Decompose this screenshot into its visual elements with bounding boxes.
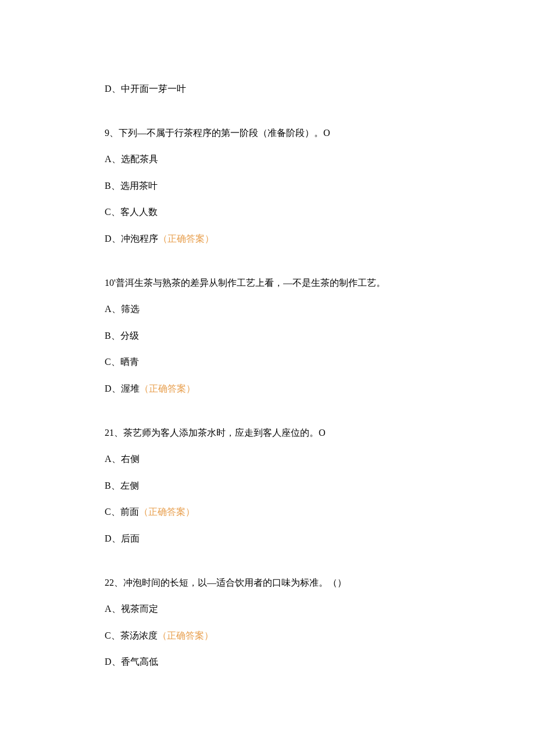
text-line: 10'普洱生茶与熟茶的差异从制作工艺上看，―不是生茶的制作工艺。 [105,275,430,291]
line-text: 9、下列―不属于行茶程序的第一阶段（准备阶段）。O [105,128,330,138]
line-text: 22、冲泡时间的长短，以―适合饮用者的口味为标准。（） [105,578,347,587]
text-line: B、左侧 [105,478,430,493]
text-line: 22、冲泡时间的长短，以―适合饮用者的口味为标准。（） [105,575,430,590]
line-text: 21、茶艺师为客人添加茶水时，应走到客人座位的。O [105,428,326,438]
line-text: D、渥堆 [105,384,140,393]
correct-answer-label: （正确答案） [139,507,195,517]
document-content: D、中开面一芽一叶9、下列―不属于行茶程序的第一阶段（准备阶段）。OA、选配茶具… [105,81,430,669]
line-text: A、筛选 [105,304,140,314]
line-text: A、右侧 [105,454,140,464]
text-line: A、筛选 [105,302,430,317]
text-line: A、视茶而定 [105,601,430,617]
line-text: B、选用茶叶 [105,181,158,191]
line-text: A、选配茶具 [105,154,158,164]
text-line: C、晒青 [105,354,430,370]
text-line: 9、下列―不属于行茶程序的第一阶段（准备阶段）。O [105,126,430,141]
correct-answer-label: （正确答案） [140,384,195,393]
line-text: C、前面 [105,507,139,517]
text-line: D、香气高低 [105,654,430,669]
line-text: C、晒青 [105,357,139,367]
text-line: C、前面（正确答案） [105,504,430,519]
text-line: D、渥堆（正确答案） [105,381,430,396]
text-line: B、分级 [105,328,430,343]
line-text: B、分级 [105,331,139,341]
correct-answer-label: （正确答案） [158,630,213,640]
text-line: C、茶汤浓度（正确答案） [105,628,430,643]
text-line: D、后面 [105,531,430,546]
text-line: 21、茶艺师为客人添加茶水时，应走到客人座位的。O [105,425,430,440]
line-text: A、视茶而定 [105,604,158,614]
line-text: C、客人人数 [105,207,158,217]
line-text: D、香气高低 [105,657,158,667]
line-text: D、后面 [105,533,140,543]
line-text: 10'普洱生茶与熟茶的差异从制作工艺上看，―不是生茶的制作工艺。 [105,278,386,288]
correct-answer-label: （正确答案） [158,234,214,243]
text-line: C、客人人数 [105,205,430,220]
text-line: A、右侧 [105,452,430,467]
text-line: D、冲泡程序（正确答案） [105,231,430,246]
line-text: C、茶汤浓度 [105,630,158,640]
text-line: A、选配茶具 [105,152,430,167]
line-text: D、冲泡程序 [105,234,158,243]
text-line: B、选用茶叶 [105,178,430,194]
line-text: B、左侧 [105,481,139,490]
line-text: D、中开面一芽一叶 [105,84,186,94]
text-line: D、中开面一芽一叶 [105,81,430,96]
